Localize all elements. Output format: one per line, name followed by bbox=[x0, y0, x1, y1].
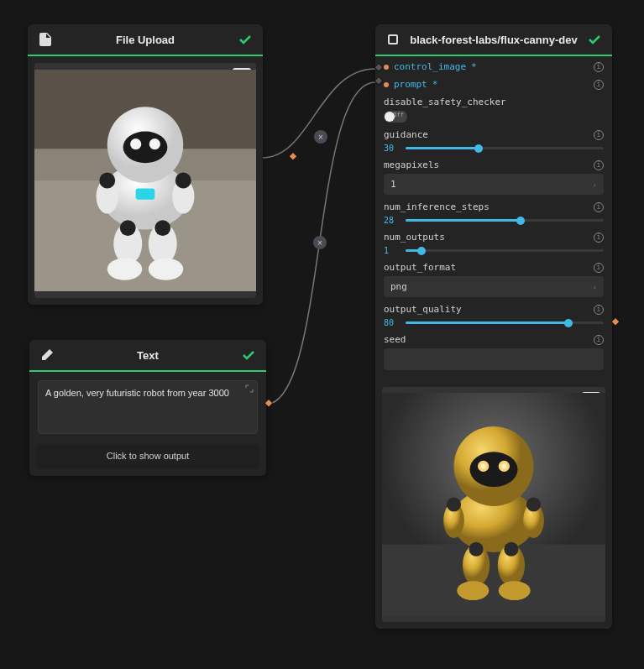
param-label: num_outputs bbox=[384, 232, 445, 243]
check-icon bbox=[587, 33, 602, 46]
node-title: black-forest-labs/flux-canny-dev bbox=[409, 34, 579, 46]
svg-point-39 bbox=[499, 581, 531, 600]
guidance-slider[interactable] bbox=[406, 147, 604, 149]
svg-point-16 bbox=[154, 220, 170, 236]
file-upload-node[interactable]: File Upload bbox=[28, 24, 263, 305]
param-label: seed bbox=[384, 334, 406, 345]
svg-rect-22 bbox=[382, 545, 605, 617]
param-label: num_inference_steps bbox=[384, 201, 490, 212]
steps-slider[interactable] bbox=[406, 219, 604, 222]
param-label: control_image bbox=[394, 61, 466, 72]
svg-point-15 bbox=[120, 220, 136, 236]
svg-point-5 bbox=[123, 132, 168, 164]
svg-rect-20 bbox=[390, 36, 396, 43]
output-port[interactable] bbox=[288, 152, 297, 161]
expand-icon[interactable] bbox=[245, 384, 254, 395]
node-title: Text bbox=[63, 349, 233, 362]
required-asterisk: * bbox=[471, 61, 477, 72]
chevron-right-icon: › bbox=[593, 283, 597, 291]
slider-value: 28 bbox=[384, 216, 399, 225]
linked-dot-icon bbox=[384, 82, 389, 87]
svg-point-25 bbox=[470, 452, 518, 487]
node-header[interactable]: File Upload bbox=[28, 24, 263, 56]
info-icon[interactable]: i bbox=[594, 62, 604, 72]
close-icon: × bbox=[317, 238, 322, 248]
svg-point-38 bbox=[457, 581, 489, 600]
info-icon[interactable]: i bbox=[594, 305, 604, 315]
param-control-image: control_image * i bbox=[384, 61, 604, 72]
toggle-disable-safety[interactable]: Off bbox=[384, 111, 407, 123]
svg-point-11 bbox=[99, 173, 115, 189]
edge-delete-1[interactable]: × bbox=[314, 130, 327, 144]
outputs-slider[interactable] bbox=[406, 249, 604, 252]
megapixels-select[interactable]: 1 › bbox=[384, 174, 604, 195]
info-icon[interactable]: i bbox=[594, 130, 604, 140]
param-guidance: guidance i 30 bbox=[384, 129, 604, 153]
output-image bbox=[382, 387, 605, 622]
select-value: png bbox=[390, 281, 407, 292]
svg-point-18 bbox=[149, 258, 183, 280]
node-title: File Upload bbox=[61, 34, 229, 46]
text-input[interactable]: A golden, very futuristic robot from yea… bbox=[38, 380, 258, 434]
info-icon[interactable]: i bbox=[594, 335, 604, 345]
svg-point-12 bbox=[175, 173, 191, 189]
model-node[interactable]: black-forest-labs/flux-canny-dev control… bbox=[375, 24, 612, 629]
info-icon[interactable]: i bbox=[594, 80, 604, 90]
node-header[interactable]: black-forest-labs/flux-canny-dev bbox=[375, 24, 612, 56]
slider-value: 80 bbox=[384, 318, 399, 327]
input-image-content bbox=[34, 63, 256, 298]
param-output-quality: output_quality i 80 bbox=[384, 304, 604, 327]
model-icon bbox=[385, 34, 401, 45]
check-icon bbox=[241, 348, 256, 362]
info-icon[interactable]: i bbox=[594, 160, 604, 170]
info-icon[interactable]: i bbox=[594, 263, 604, 273]
svg-point-32 bbox=[447, 497, 461, 511]
svg-point-7 bbox=[149, 139, 160, 149]
svg-point-29 bbox=[502, 464, 507, 469]
linked-dot-icon bbox=[384, 65, 389, 70]
svg-point-37 bbox=[504, 542, 518, 557]
slider-value: 30 bbox=[384, 144, 399, 153]
required-asterisk: * bbox=[432, 79, 438, 90]
slider-value: 1 bbox=[384, 246, 399, 255]
param-output-format: output_format i png › bbox=[384, 262, 604, 297]
show-output-button[interactable]: Click to show output bbox=[36, 444, 259, 469]
svg-point-33 bbox=[526, 497, 541, 511]
param-num-outputs: num_outputs i 1 bbox=[384, 232, 604, 255]
output-image-content bbox=[382, 387, 605, 622]
svg-point-17 bbox=[107, 258, 142, 280]
output-format-select[interactable]: png › bbox=[384, 276, 604, 297]
param-label: disable_safety_checker bbox=[384, 97, 506, 107]
text-value: A golden, very futuristic robot from yea… bbox=[45, 388, 229, 398]
param-prompt: prompt * i bbox=[384, 79, 604, 90]
output-port[interactable] bbox=[610, 317, 620, 327]
uploaded-image bbox=[34, 63, 256, 298]
close-icon: × bbox=[318, 133, 323, 142]
edge-delete-2[interactable]: × bbox=[313, 236, 327, 249]
check-icon bbox=[238, 33, 253, 46]
svg-rect-8 bbox=[136, 188, 155, 199]
chevron-right-icon: › bbox=[593, 180, 597, 189]
info-icon[interactable]: i bbox=[594, 233, 604, 243]
param-label: megapixels bbox=[384, 159, 439, 170]
param-megapixels: megapixels i 1 › bbox=[384, 159, 604, 195]
file-icon bbox=[38, 33, 53, 46]
param-seed: seed i bbox=[384, 334, 604, 370]
svg-point-36 bbox=[469, 542, 484, 557]
param-num-inference-steps: num_inference_steps i 28 bbox=[384, 201, 604, 225]
param-label: output_format bbox=[384, 262, 456, 273]
param-label: prompt bbox=[394, 79, 427, 90]
svg-point-6 bbox=[130, 139, 141, 149]
toggle-off-label: Off bbox=[393, 112, 404, 118]
text-node[interactable]: Text A golden, very futuristic robot fro… bbox=[29, 340, 266, 476]
svg-point-28 bbox=[481, 464, 486, 469]
param-label: guidance bbox=[384, 129, 428, 140]
quality-slider[interactable] bbox=[406, 321, 604, 324]
pencil-icon bbox=[39, 349, 55, 361]
select-value: 1 bbox=[390, 179, 396, 190]
param-label: output_quality bbox=[384, 304, 462, 315]
info-icon[interactable]: i bbox=[594, 202, 604, 212]
param-disable-safety-checker: disable_safety_checker Off bbox=[384, 97, 604, 123]
node-header[interactable]: Text bbox=[29, 340, 266, 372]
seed-input[interactable] bbox=[384, 348, 604, 370]
